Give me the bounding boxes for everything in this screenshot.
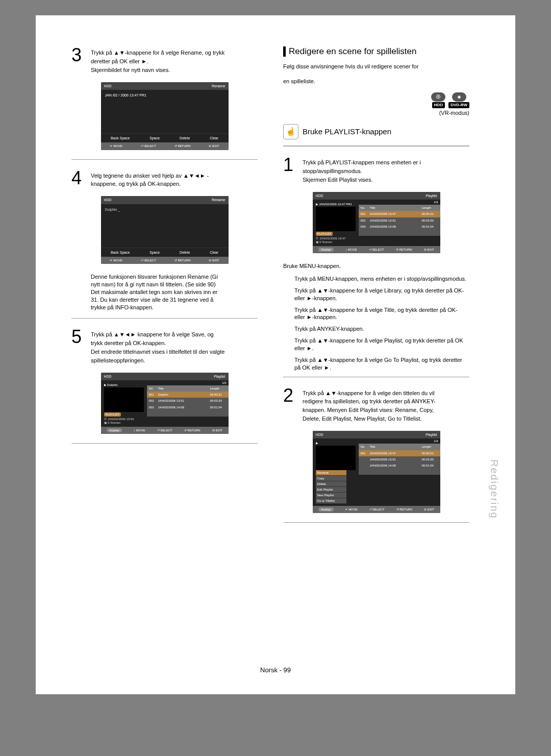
osd-playlist: HDD Playlist ▶ JAN/02/2006 13:47 PR1 PLA…: [313, 192, 440, 253]
col-length: Length: [420, 205, 440, 211]
table-row: 003JAN/02/2006 14:0800:01:54: [359, 224, 440, 230]
divider: [283, 377, 469, 377]
disk-icon: ⦾: [431, 92, 445, 102]
osd-title: JAN/02/2006 13:47 PR1: [319, 203, 352, 206]
table-row: JAN/02/2006 13:5100:03:33: [359, 456, 440, 462]
osd-space: Space: [147, 250, 162, 255]
text: Skjermen Edit Playlist vises.: [303, 176, 469, 184]
osd-select: SELECT: [372, 508, 384, 511]
manual-page: 3 Trykk på ▲▼-knappene for å velge Renam…: [36, 15, 515, 694]
osd-hdd-label: HDD: [316, 193, 323, 198]
hdd-badge: ⦾ HDD: [431, 92, 445, 109]
osd-mode-label: Rename: [212, 198, 225, 202]
text: trykke på INFO-knappen.: [91, 304, 258, 311]
text: knappene, og trykk på OK-knappen.: [91, 180, 258, 188]
text: trykk deretter på OK-knappen.: [91, 339, 258, 347]
divider: [71, 159, 258, 160]
osd-scenes: 6 Scenes: [108, 421, 120, 424]
text: Trykk på ANYKEY-knappen.: [294, 325, 469, 333]
osd-frac: 1/3: [359, 200, 440, 205]
thumbnail: [316, 446, 356, 470]
step-number: 1: [283, 156, 296, 185]
text: 31. Du kan deretter vise alle de 31 tegn…: [91, 296, 258, 304]
osd-select: SELECT: [372, 248, 384, 251]
menu-item: Go to Titlelist: [316, 498, 346, 504]
subheading: ☝ Bruke PLAYLIST-knappen: [283, 124, 469, 139]
osd-name-input: Dolphin _: [105, 208, 120, 211]
osd-pl-time: JAN/02/2006 13:50: [108, 418, 134, 421]
osd-backspace: Back Space: [109, 250, 132, 255]
divider: [71, 318, 258, 319]
step-4: 4 Velg tegnene du ønsker ved hjelp av ▲▼…: [71, 169, 258, 189]
osd-space: Space: [147, 136, 162, 140]
context-menu: Rename Copy Delete Edit Playlist New Pla…: [316, 470, 346, 504]
step-body: Trykk på ▲▼-knappene for å velge Rename,…: [91, 46, 258, 75]
osd-hdd-label: HDD: [104, 84, 112, 88]
osd-return: RETURN: [188, 429, 201, 432]
divider: [283, 522, 469, 523]
text: nytt navn) for å gi nytt navn til tittel…: [91, 281, 258, 288]
section-title: Redigere en scene for spillelisten: [289, 46, 416, 58]
step-1: 1 Trykk på PLAYLIST-knappen mens enheten…: [283, 156, 469, 185]
text: Trykk på ▲▼-knappene for å velge Playlis…: [294, 337, 469, 352]
text: knappen. Menyen Edit Playlist vises: Ren…: [303, 406, 469, 414]
osd-scenes: 6 Scenes: [319, 240, 332, 243]
dvdrw-badge: ◉ DVD-RW: [448, 92, 469, 109]
menu-heading: Bruke MENU-knappen.: [283, 262, 469, 270]
menu-item: Copy: [316, 476, 346, 481]
step-3: 3 Trykk på ▲▼-knappene for å velge Renam…: [71, 46, 258, 75]
hand-icon: ☝: [283, 124, 298, 139]
info-paragraph: Denne funksjonen tilsvarer funksjonen Re…: [71, 273, 258, 311]
osd-hdd-label: HDD: [104, 198, 112, 202]
osd-exit: EXIT: [428, 508, 434, 511]
text: en spilleliste.: [283, 78, 469, 85]
menu-item: Rename: [316, 470, 346, 476]
table-row: 001JAN/02/2006 13:4700:00:21: [359, 450, 440, 456]
menu-item: Edit Playlist: [316, 487, 346, 493]
step-2: 2 Trykk på ▲▼-knappene for å velge den t…: [283, 386, 469, 424]
osd-rename-blank: HDD Rename JAN /02 / 2006 13:47 PR1 Back…: [101, 82, 229, 150]
menu-item: New Playlist: [316, 493, 346, 498]
text: Trykk på ▲▼-knappene for å velge den tit…: [303, 389, 469, 397]
osd-move: MOVE: [113, 259, 122, 262]
menu-item: Delete: [316, 481, 346, 487]
step-body: Velg tegnene du ønsker ved hjelp av ▲▼◄►…: [91, 169, 258, 189]
playlist-chip: PLAYLIST: [104, 412, 121, 417]
text: Trykk på ▲▼-knappene for å velge Title, …: [294, 306, 469, 322]
col-title: Title: [368, 205, 420, 211]
osd-playlist-menu: HDD Playlist ▶ Rename Copy Delete: [313, 431, 440, 514]
osd-select: SELECT: [160, 429, 172, 432]
osd-clear: Clear: [208, 136, 220, 140]
right-column: Redigere en scene for spillelisten Følg …: [283, 46, 469, 532]
osd-clear: Clear: [208, 250, 220, 255]
osd-move: MOVE: [348, 508, 358, 511]
col-no: No.: [147, 385, 156, 392]
text: deretter på OK eller ►.: [91, 58, 258, 65]
osd-return: RETURN: [178, 259, 190, 262]
osd-mode-label: Playlist: [214, 374, 225, 379]
osd-mode-label: Playlist: [425, 193, 437, 198]
text: Skjermbildet for nytt navn vises.: [91, 66, 258, 74]
osd-move: MOVE: [113, 144, 122, 148]
osd-exit: EXIT: [216, 429, 222, 432]
col-no: No.: [359, 205, 368, 211]
thumbnail: [104, 387, 144, 412]
divider: [71, 443, 258, 444]
subhead-text: Bruke PLAYLIST-knappen: [303, 127, 391, 137]
text: Denne funksjonen tilsvarer funksjonen Re…: [91, 273, 258, 281]
osd-pl-time: JAN/02/2006 13:47: [319, 237, 345, 240]
step-body: Trykk på PLAYLIST-knappen mens enheten e…: [303, 156, 469, 185]
text: Det maksimale antallet tegn som kan skri…: [91, 288, 258, 296]
table-row: 001Dolphin00:00:21: [147, 392, 229, 398]
bar-icon: [283, 46, 286, 57]
anykey-badge: Anykey: [318, 248, 334, 252]
step-body: Trykk på ▲▼◄► knappene for å velge Save,…: [91, 328, 258, 365]
text: Velg tegnene du ønsker ved hjelp av ▲▼◄►…: [91, 172, 258, 180]
menu-instructions: Trykk på MENU-knappen, mens enheten er i…: [283, 275, 469, 371]
osd-return: RETURN: [399, 508, 412, 511]
text: Følg disse anvisningene hvis du vil redi…: [283, 63, 469, 70]
osd-move: MOVE: [136, 429, 145, 432]
osd-timestamp: JAN /02 / 2006 13:47 PR1: [105, 93, 146, 97]
text: Trykk på MENU-knappen, mens enheten er i…: [294, 275, 469, 283]
osd-delete: Delete: [178, 136, 192, 140]
